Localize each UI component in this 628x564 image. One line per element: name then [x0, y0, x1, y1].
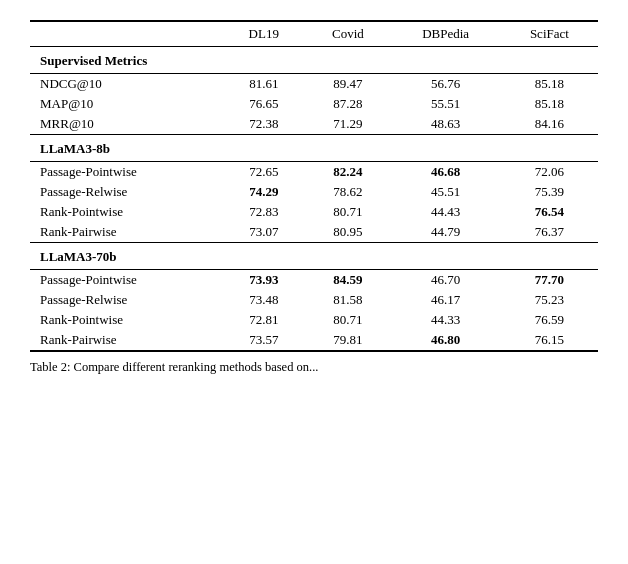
cell-scifact: 72.06 [501, 162, 598, 183]
table-row: Passage-Pointwise72.6582.2446.6872.06 [30, 162, 598, 183]
cell-dl19: 73.07 [222, 222, 305, 243]
table-row: MAP@1076.6587.2855.5185.18 [30, 94, 598, 114]
cell-scifact: 85.18 [501, 94, 598, 114]
cell-method: Passage-Relwise [30, 182, 222, 202]
cell-scifact: 76.54 [501, 202, 598, 222]
cell-dl19: 72.83 [222, 202, 305, 222]
cell-dl19: 74.29 [222, 182, 305, 202]
table-row: NDCG@1081.6189.4756.7685.18 [30, 74, 598, 95]
cell-method: Rank-Pointwise [30, 310, 222, 330]
cell-method: Passage-Relwise [30, 290, 222, 310]
cell-dbpedia: 45.51 [391, 182, 501, 202]
cell-covid: 79.81 [305, 330, 390, 351]
cell-covid: 81.58 [305, 290, 390, 310]
cell-covid: 87.28 [305, 94, 390, 114]
cell-covid: 89.47 [305, 74, 390, 95]
cell-scifact: 76.37 [501, 222, 598, 243]
cell-dl19: 76.65 [222, 94, 305, 114]
table-row: Passage-Relwise73.4881.5846.1775.23 [30, 290, 598, 310]
cell-scifact: 77.70 [501, 270, 598, 291]
cell-dl19: 73.93 [222, 270, 305, 291]
table-row: Passage-Relwise74.2978.6245.5175.39 [30, 182, 598, 202]
cell-scifact: 76.59 [501, 310, 598, 330]
cell-method: Rank-Pointwise [30, 202, 222, 222]
cell-dbpedia: 46.70 [391, 270, 501, 291]
col-header-dbpedia: DBPedia [391, 21, 501, 47]
cell-dbpedia: 56.76 [391, 74, 501, 95]
cell-dbpedia: 46.68 [391, 162, 501, 183]
table-caption: Table 2: Compare different reranking met… [30, 360, 598, 375]
cell-scifact: 75.23 [501, 290, 598, 310]
cell-dbpedia: 48.63 [391, 114, 501, 135]
col-header-method [30, 21, 222, 47]
cell-dbpedia: 44.33 [391, 310, 501, 330]
cell-method: Rank-Pairwise [30, 330, 222, 351]
cell-dbpedia: 44.79 [391, 222, 501, 243]
cell-covid: 84.59 [305, 270, 390, 291]
col-header-covid: Covid [305, 21, 390, 47]
table-row: Rank-Pointwise72.8380.7144.4376.54 [30, 202, 598, 222]
cell-method: Passage-Pointwise [30, 162, 222, 183]
table-header-row: DL19 Covid DBPedia SciFact [30, 21, 598, 47]
cell-dl19: 73.48 [222, 290, 305, 310]
metrics-table: DL19 Covid DBPedia SciFact Supervised Me… [30, 20, 598, 352]
cell-dbpedia: 55.51 [391, 94, 501, 114]
table-container: DL19 Covid DBPedia SciFact Supervised Me… [30, 20, 598, 375]
cell-scifact: 84.16 [501, 114, 598, 135]
col-header-dl19: DL19 [222, 21, 305, 47]
cell-covid: 80.95 [305, 222, 390, 243]
cell-covid: 82.24 [305, 162, 390, 183]
cell-dbpedia: 44.43 [391, 202, 501, 222]
cell-scifact: 76.15 [501, 330, 598, 351]
col-header-scifact: SciFact [501, 21, 598, 47]
cell-dbpedia: 46.17 [391, 290, 501, 310]
table-row: Rank-Pairwise73.5779.8146.8076.15 [30, 330, 598, 351]
cell-dl19: 72.65 [222, 162, 305, 183]
cell-method: NDCG@10 [30, 74, 222, 95]
cell-method: MAP@10 [30, 94, 222, 114]
cell-covid: 78.62 [305, 182, 390, 202]
table-row: Rank-Pointwise72.8180.7144.3376.59 [30, 310, 598, 330]
table-row: MRR@1072.3871.2948.6384.16 [30, 114, 598, 135]
cell-covid: 71.29 [305, 114, 390, 135]
cell-dl19: 72.38 [222, 114, 305, 135]
cell-dl19: 81.61 [222, 74, 305, 95]
table-row: Passage-Pointwise73.9384.5946.7077.70 [30, 270, 598, 291]
cell-scifact: 75.39 [501, 182, 598, 202]
cell-method: MRR@10 [30, 114, 222, 135]
table-row: Rank-Pairwise73.0780.9544.7976.37 [30, 222, 598, 243]
cell-dl19: 73.57 [222, 330, 305, 351]
cell-covid: 80.71 [305, 310, 390, 330]
cell-dl19: 72.81 [222, 310, 305, 330]
cell-method: Rank-Pairwise [30, 222, 222, 243]
cell-dbpedia: 46.80 [391, 330, 501, 351]
cell-method: Passage-Pointwise [30, 270, 222, 291]
cell-scifact: 85.18 [501, 74, 598, 95]
cell-covid: 80.71 [305, 202, 390, 222]
